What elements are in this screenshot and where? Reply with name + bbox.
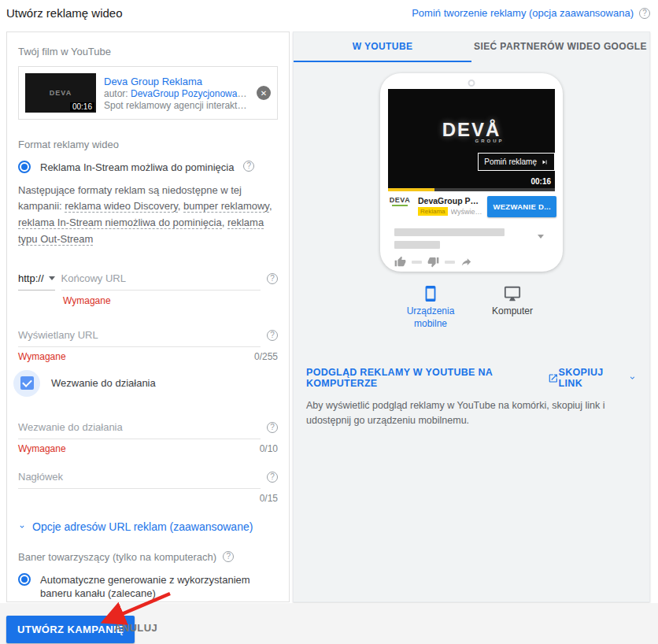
device-desktop[interactable]: Komputer bbox=[482, 285, 543, 330]
display-url-error: Wymagane bbox=[18, 351, 66, 362]
ad-progress-bar bbox=[388, 188, 555, 191]
advertiser-logo-accent bbox=[392, 205, 408, 206]
device-selector: Urządzenia mobilne Komputer bbox=[294, 285, 649, 330]
tab-youtube[interactable]: W YOUTUBE bbox=[294, 32, 471, 62]
banner-auto-label: Automatyczne generowanie z wykorzystanie… bbox=[40, 573, 268, 601]
copy-link-button[interactable]: SKOPIUJ LINK bbox=[559, 367, 637, 389]
display-url-input[interactable] bbox=[18, 326, 261, 347]
advertiser-avatar: DEVA bbox=[386, 196, 413, 206]
cta-checkbox-label: Wezwanie do działania bbox=[51, 376, 156, 390]
player-brand-logo: DEVÅ GROUP bbox=[388, 119, 555, 143]
placeholder-dash bbox=[412, 261, 422, 264]
ad-form-card: Twój film w YouTube DEVA 00:16 Deva Grou… bbox=[6, 31, 290, 602]
display-url-meta: Wymagane 0/255 bbox=[18, 351, 278, 362]
skip-ad-label: Pomiń reklamę bbox=[484, 157, 537, 166]
footer-bar: UTWÓRZ KAMPANIĘ ANULUJ bbox=[0, 603, 658, 644]
help-icon[interactable] bbox=[267, 330, 278, 341]
tab-video-partners[interactable]: SIEĆ PARTNERÓW WIDEO GOOGLE bbox=[471, 32, 649, 62]
your-video-label: Twój film w YouTube bbox=[18, 46, 278, 57]
video-player-preview: DEVÅ GROUP Pomiń reklamę 00:16 bbox=[388, 89, 555, 191]
final-url-input[interactable] bbox=[61, 269, 261, 291]
placeholder-dash bbox=[445, 261, 455, 264]
help-icon[interactable] bbox=[267, 472, 278, 483]
page-title: Utwórz reklamę wideo bbox=[6, 6, 123, 20]
banner-auto-row: Automatyczne generowanie z wykorzystanie… bbox=[18, 573, 278, 601]
cta-error: Wymagane bbox=[18, 443, 66, 454]
device-desktop-label: Komputer bbox=[492, 305, 533, 318]
preview-panel: W YOUTUBE SIEĆ PARTNERÓW WIDEO GOOGLE DE… bbox=[293, 31, 650, 602]
selected-video-card: DEVA 00:16 Deva Group Reklama autor: Dev… bbox=[18, 66, 278, 120]
smartphone-icon bbox=[422, 285, 439, 302]
display-url-counter: 0/255 bbox=[254, 351, 278, 362]
url-options-label: Opcje adresów URL reklam (zaawansowane) bbox=[32, 520, 253, 533]
cta-checkbox-row: Wezwanie do działania bbox=[13, 370, 278, 397]
remove-video-icon[interactable] bbox=[257, 86, 271, 100]
chevron-down-icon bbox=[18, 523, 26, 531]
separator: , bbox=[269, 200, 272, 212]
cta-input[interactable] bbox=[18, 418, 261, 439]
phone-mockup: DEVÅ GROUP Pomiń reklamę 00:16 DEVA Deva… bbox=[380, 73, 563, 272]
chevron-down-icon bbox=[628, 373, 637, 383]
format-radio-row: Reklama In-Stream możliwa do pominięcia bbox=[18, 161, 278, 175]
thumb-up-icon bbox=[394, 256, 406, 268]
cta-counter: 0/10 bbox=[260, 443, 278, 454]
placeholder-bar bbox=[394, 228, 505, 236]
protocol-value: http:// bbox=[18, 272, 44, 284]
skip-ad-creation-link[interactable]: Pomiń tworzenie reklamy (opcja zaawansow… bbox=[412, 7, 634, 19]
protocol-dropdown[interactable]: http:// bbox=[18, 272, 55, 291]
cta-meta: Wymagane 0/10 bbox=[18, 443, 278, 454]
separator: , bbox=[222, 217, 227, 228]
youtube-desktop-preview-link[interactable]: PODGLĄD REKLAMY W YOUTUBE NA KOMPUTERZE bbox=[306, 367, 559, 389]
device-mobile[interactable]: Urządzenia mobilne bbox=[400, 285, 461, 330]
headline-input[interactable] bbox=[18, 468, 261, 489]
cta-field-row bbox=[18, 418, 278, 439]
video-title-link[interactable]: Deva Group Reklama bbox=[104, 76, 249, 87]
url-options-expander[interactable]: Opcje adresów URL reklam (zaawansowane) bbox=[18, 520, 278, 533]
ad-badge: Reklama bbox=[418, 207, 448, 216]
banner-label: Baner towarzyszący (tylko na komputerach… bbox=[18, 551, 216, 563]
cancel-button[interactable]: ANULUJ bbox=[114, 622, 157, 634]
help-icon[interactable] bbox=[639, 8, 650, 19]
copy-link-label: SKOPIUJ LINK bbox=[559, 367, 624, 389]
help-icon[interactable] bbox=[267, 273, 278, 284]
video-thumbnail-logo: DEVA bbox=[50, 89, 72, 97]
checkbox-checked-icon bbox=[20, 376, 34, 390]
format-link-discovery[interactable]: reklama wideo Discovery bbox=[65, 200, 178, 213]
player-time: 00:16 bbox=[530, 177, 551, 186]
caret-down-icon bbox=[538, 235, 544, 239]
share-icon bbox=[460, 256, 472, 268]
open-in-new-icon bbox=[548, 372, 559, 384]
preview-links-row: PODGLĄD REKLAMY W YOUTUBE NA KOMPUTERZE … bbox=[306, 367, 637, 389]
skip-ad-button[interactable]: Pomiń reklamę bbox=[478, 153, 555, 171]
help-icon[interactable] bbox=[267, 422, 278, 433]
content-placeholders bbox=[394, 228, 549, 249]
phone-camera-icon bbox=[468, 80, 475, 87]
help-icon[interactable] bbox=[223, 551, 234, 562]
final-url-row: http:// bbox=[18, 269, 278, 291]
placeholder-bar bbox=[394, 241, 440, 249]
video-duration-badge: 00:16 bbox=[70, 102, 94, 111]
cta-checkbox[interactable] bbox=[13, 370, 40, 397]
skip-next-icon bbox=[541, 158, 549, 166]
preview-link-label: PODGLĄD REKLAMY W YOUTUBE NA KOMPUTERZE bbox=[306, 367, 543, 389]
headline-counter: 0/15 bbox=[260, 493, 278, 504]
help-icon[interactable] bbox=[243, 161, 254, 172]
video-author-link[interactable]: DevaGroup Pozycjonowanie i Google... bbox=[131, 88, 249, 99]
reactions-row bbox=[394, 256, 563, 268]
banner-auto-radio[interactable] bbox=[18, 573, 31, 586]
player-logo-text: DEVÅ bbox=[442, 119, 501, 140]
video-meta: Deva Group Reklama autor: DevaGroup Pozy… bbox=[104, 76, 249, 111]
instream-radio-label: Reklama In-Stream możliwa do pominięcia bbox=[40, 161, 234, 175]
format-link-bumper[interactable]: bumper reklamowy bbox=[183, 200, 269, 213]
device-mobile-label: Urządzenia mobilne bbox=[400, 305, 461, 330]
instream-radio[interactable] bbox=[18, 161, 31, 173]
banner-label-row: Baner towarzyszący (tylko na komputerach… bbox=[18, 551, 278, 563]
ad-progress-fill bbox=[388, 188, 434, 191]
cta-preview-button[interactable]: WEZWANIE D... bbox=[487, 196, 556, 217]
headline-meta: 0/15 bbox=[18, 493, 278, 504]
format-link-nonskippable[interactable]: reklama In-Stream niemożliwa do pominięc… bbox=[18, 217, 222, 229]
unavailable-formats-note: Następujące formaty reklam są niedostępn… bbox=[18, 183, 278, 248]
video-thumbnail: DEVA 00:16 bbox=[25, 73, 96, 113]
video-description: Spot reklamowy agencji interaktywnej Dev… bbox=[104, 100, 249, 111]
ad-title: DevaGroup Pozycjono... bbox=[418, 196, 482, 205]
